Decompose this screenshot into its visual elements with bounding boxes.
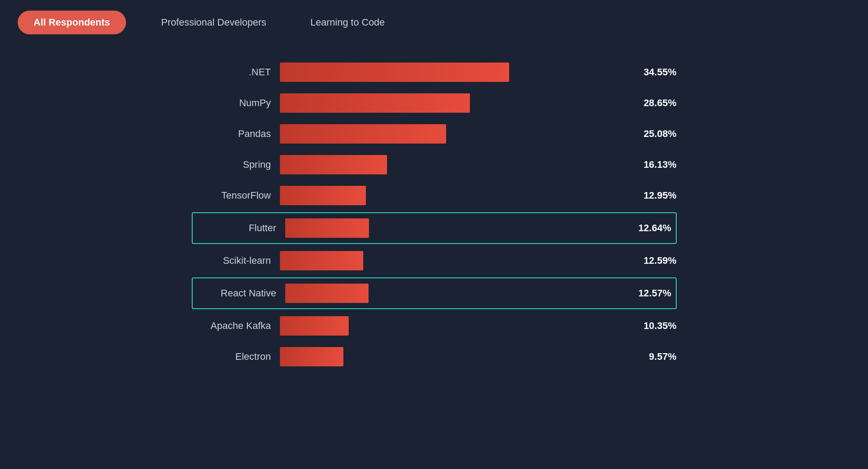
bar-percentage: 34.55% (644, 66, 677, 78)
bar-percentage: 12.57% (638, 288, 671, 299)
bar-percentage: 12.95% (644, 190, 677, 201)
bar-percentage: 25.08% (644, 128, 677, 140)
bar-fill (285, 284, 369, 303)
chart-row: Scikit-learn 12.59% (192, 247, 677, 275)
bar-track (280, 93, 636, 113)
bar-track (280, 347, 641, 366)
bar-fill (285, 218, 369, 238)
bar-percentage: 9.57% (649, 351, 676, 362)
bar-fill (280, 93, 470, 113)
chart-row: Spring 16.13% (192, 151, 677, 179)
bar-track (285, 284, 630, 303)
tab-all-respondents[interactable]: All Respondents (18, 11, 126, 34)
bar-track (280, 316, 636, 336)
bar-track (280, 124, 636, 144)
tab-bar: All Respondents Professional Developers … (0, 0, 868, 45)
bar-fill (280, 186, 366, 205)
bar-label: Spring (192, 159, 280, 170)
bar-track (280, 155, 636, 174)
bar-fill (280, 347, 343, 366)
tab-professional-developers[interactable]: Professional Developers (153, 11, 275, 34)
bar-percentage: 12.59% (644, 255, 677, 266)
bar-label: Flutter (197, 222, 285, 234)
bar-label: TensorFlow (192, 190, 280, 201)
bar-fill (280, 63, 509, 82)
bar-label: Electron (192, 351, 280, 362)
tab-learning-to-code[interactable]: Learning to Code (302, 11, 394, 34)
bar-label: .NET (192, 66, 280, 78)
bar-fill (280, 124, 446, 144)
chart-row: Flutter 12.64% (192, 212, 677, 244)
chart-row: NumPy 28.65% (192, 89, 677, 117)
chart-row: .NET 34.55% (192, 58, 677, 86)
bar-label: Scikit-learn (192, 255, 280, 266)
bar-track (285, 218, 630, 238)
bar-fill (280, 251, 363, 270)
bar-percentage: 28.65% (644, 97, 677, 109)
bar-percentage: 10.35% (644, 320, 677, 332)
bar-fill (280, 316, 349, 336)
bar-fill (280, 155, 387, 174)
bar-track (280, 251, 636, 270)
chart-row: TensorFlow 12.95% (192, 181, 677, 210)
chart-row: Pandas 25.08% (192, 120, 677, 148)
bar-percentage: 12.64% (638, 222, 671, 234)
bar-label: NumPy (192, 97, 280, 109)
bar-label: React Native (197, 288, 285, 299)
chart-row: Apache Kafka 10.35% (192, 312, 677, 340)
bar-label: Pandas (192, 128, 280, 140)
bar-percentage: 16.13% (644, 159, 677, 170)
bar-track (280, 63, 636, 82)
chart-row: Electron 9.57% (192, 343, 677, 371)
bar-label: Apache Kafka (192, 320, 280, 332)
bar-track (280, 186, 636, 205)
bar-chart: .NET 34.55% NumPy 28.65% Pandas 25.08% S… (0, 45, 868, 388)
chart-row: React Native 12.57% (192, 277, 677, 309)
